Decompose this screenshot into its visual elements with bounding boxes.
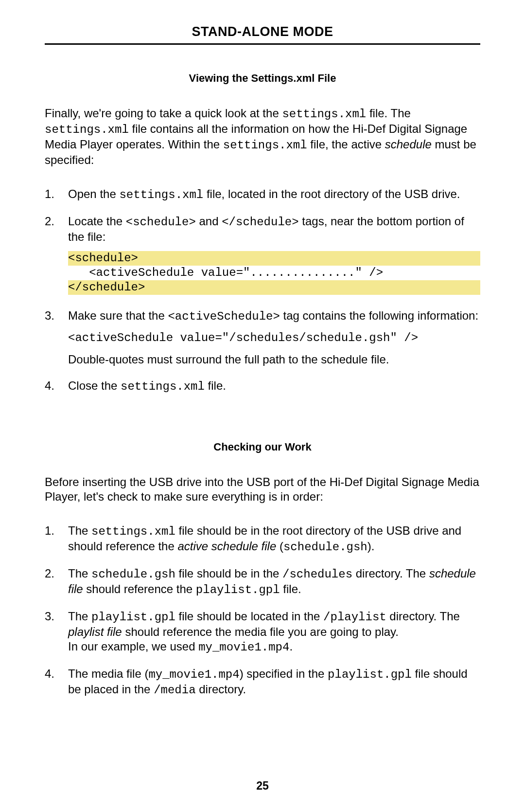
text: tag contains the following information: bbox=[280, 309, 478, 322]
code-inline: </schedule> bbox=[222, 216, 298, 229]
text: ) specified in the bbox=[240, 667, 328, 680]
code-inline: /playlist bbox=[323, 611, 386, 624]
item-body: The media file (my_movie1.mp4) specified… bbox=[68, 667, 480, 698]
section2-list: 1. The settings.xml file should be in th… bbox=[45, 523, 480, 698]
item-number: 4. bbox=[45, 667, 68, 698]
section1-intro: Finally, we're going to take a quick loo… bbox=[45, 106, 480, 167]
italic-text: playlist file bbox=[68, 625, 122, 638]
item-body: The playlist.gpl file should be located … bbox=[68, 609, 480, 655]
code-inline: playlist.gpl bbox=[91, 611, 175, 624]
text: Double-quotes must surround the full pat… bbox=[68, 353, 389, 366]
code-inline: settings.xml bbox=[223, 139, 307, 152]
code-inline: settings.xml bbox=[119, 188, 203, 201]
text: directory. The bbox=[386, 610, 460, 623]
list-item: 2. The schedule.gsh file should be in th… bbox=[45, 566, 480, 597]
text: file, the active bbox=[307, 138, 385, 151]
text: file should be located in the bbox=[175, 610, 323, 623]
item-number: 4. bbox=[45, 379, 68, 394]
code-inline: schedule.gsh bbox=[283, 541, 368, 554]
section2-intro: Before inserting the USB drive into the … bbox=[45, 475, 480, 504]
code-line: <schedule> bbox=[68, 251, 480, 266]
code-inline: settings.xml bbox=[91, 525, 175, 538]
code-inline: <schedule> bbox=[126, 216, 196, 229]
text: The media file ( bbox=[68, 667, 148, 680]
text: file. The bbox=[366, 107, 411, 120]
item-body: Locate the <schedule> and </schedule> ta… bbox=[68, 214, 480, 297]
text: ). bbox=[368, 540, 375, 553]
text: Close the bbox=[68, 379, 121, 392]
item-body: Close the settings.xml file. bbox=[68, 379, 480, 394]
code-inline: settings.xml bbox=[121, 380, 205, 393]
code-inline: playlist.gpl bbox=[196, 583, 280, 596]
text: file, located in the root directory of t… bbox=[203, 187, 460, 200]
spacer bbox=[45, 406, 480, 441]
list-item: 2. Locate the <schedule> and </schedule>… bbox=[45, 214, 480, 297]
code-line: <activeSchedule value="..............." … bbox=[68, 266, 480, 280]
text: ( bbox=[276, 540, 283, 553]
item-number: 1. bbox=[45, 523, 68, 555]
code-inline: my_movie1.mp4 bbox=[148, 668, 239, 681]
code-inline: settings.xml bbox=[45, 123, 129, 136]
text: The bbox=[68, 524, 91, 537]
text: file. bbox=[205, 379, 226, 392]
text: should reference the bbox=[83, 582, 196, 595]
item-body: The settings.xml file should be in the r… bbox=[68, 523, 480, 555]
list-item: 4. Close the settings.xml file. bbox=[45, 379, 480, 394]
text: file should be in the bbox=[175, 567, 282, 580]
code-inline: /schedules bbox=[282, 568, 352, 581]
code-inline: /media bbox=[154, 684, 195, 697]
code-inline: <activeSchedule> bbox=[168, 310, 280, 323]
list-item: 3. Make sure that the <activeSchedule> t… bbox=[45, 308, 480, 367]
item-number: 3. bbox=[45, 609, 68, 655]
code-inline: my_movie1.mp4 bbox=[198, 641, 289, 654]
text: The bbox=[68, 610, 91, 623]
item-number: 2. bbox=[45, 214, 68, 297]
text: The bbox=[68, 567, 91, 580]
text: Open the bbox=[68, 187, 119, 200]
page-title: STAND-ALONE MODE bbox=[45, 24, 480, 45]
text: Make sure that the bbox=[68, 309, 168, 322]
code-inline: schedule.gsh bbox=[91, 568, 175, 581]
text: file. bbox=[280, 582, 301, 595]
list-item: 1. Open the settings.xml file, located i… bbox=[45, 187, 480, 202]
code-inline: playlist.gpl bbox=[328, 668, 412, 681]
code-block-highlighted: <schedule> <activeSchedule value="......… bbox=[68, 251, 480, 295]
section-heading-checking: Checking our Work bbox=[45, 441, 480, 453]
list-item: 4. The media file (my_movie1.mp4) specif… bbox=[45, 667, 480, 698]
code-inline: settings.xml bbox=[282, 108, 366, 121]
section-heading-settings: Viewing the Settings.xml File bbox=[45, 72, 480, 85]
text: In our example, we used bbox=[68, 640, 198, 653]
italic-text: active schedule file bbox=[177, 540, 276, 553]
item-number: 1. bbox=[45, 187, 68, 202]
code-block: <activeSchedule value="/schedules/schedu… bbox=[68, 331, 480, 345]
text: and bbox=[196, 215, 222, 228]
item-body: Make sure that the <activeSchedule> tag … bbox=[68, 308, 480, 367]
item-body: Open the settings.xml file, located in t… bbox=[68, 187, 480, 202]
text: Finally, we're going to take a quick loo… bbox=[45, 107, 282, 120]
text: . bbox=[289, 640, 293, 653]
item-number: 2. bbox=[45, 566, 68, 597]
text: Locate the bbox=[68, 215, 126, 228]
item-number: 3. bbox=[45, 308, 68, 367]
code-line: </schedule> bbox=[68, 280, 480, 295]
text: directory. The bbox=[352, 567, 429, 580]
item-body: The schedule.gsh file should be in the /… bbox=[68, 566, 480, 597]
text: directory. bbox=[196, 683, 246, 696]
page-number: 25 bbox=[0, 779, 525, 793]
section1-list: 1. Open the settings.xml file, located i… bbox=[45, 187, 480, 394]
italic-text: schedule bbox=[385, 138, 432, 151]
list-item: 3. The playlist.gpl file should be locat… bbox=[45, 609, 480, 655]
text: should reference the media file you are … bbox=[122, 625, 399, 638]
list-item: 1. The settings.xml file should be in th… bbox=[45, 523, 480, 555]
